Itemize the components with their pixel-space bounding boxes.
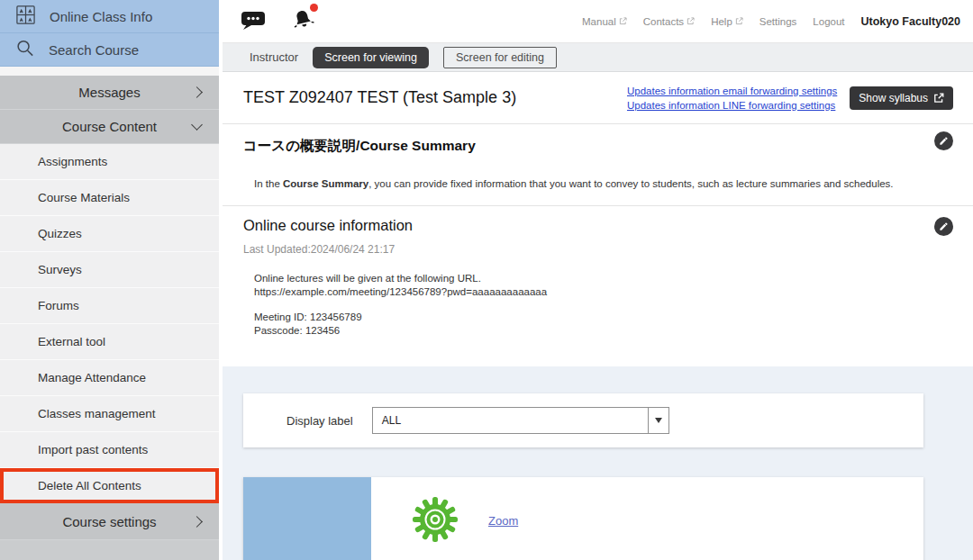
nav-link-label: Manual: [582, 16, 616, 27]
online-course-info-section: Online course information Last Updated:2…: [223, 206, 973, 366]
content-row-card: Zoom: [243, 477, 923, 560]
info-line: Online lectures will be given at the fol…: [254, 272, 948, 285]
sidebar-item-label: Classes management: [38, 407, 156, 420]
line-forwarding-settings-link[interactable]: Updates information LINE forwarding sett…: [627, 100, 837, 111]
edit-summary-button[interactable]: [934, 131, 953, 150]
external-link-icon: [933, 93, 944, 104]
display-label-text: Display label: [286, 414, 353, 428]
show-syllabus-button[interactable]: Show syllabus: [850, 86, 953, 110]
online-course-info-heading: Online course information: [243, 217, 948, 234]
sidebar-item-label: Manage Attendance: [38, 371, 146, 384]
external-link-icon: [735, 17, 743, 25]
user-name: Utokyo Faculty020: [861, 15, 960, 28]
sidebar-item-course-materials[interactable]: Course Materials: [0, 180, 219, 216]
course-title-row: TEST Z092407 TEST (Test Sample 3) Update…: [223, 72, 973, 124]
online-course-info-body: Online lectures will be given at the fol…: [254, 272, 948, 338]
show-syllabus-label: Show syllabus: [859, 92, 928, 104]
pencil-icon: [939, 221, 949, 231]
sidebar-item-external-tool[interactable]: External tool: [0, 324, 219, 360]
sidebar-item-course-settings[interactable]: Course settings: [0, 503, 219, 540]
top-header: Manual Contacts Help Settings Logout Uto…: [223, 0, 973, 43]
sidebar-item-label: Course settings: [62, 514, 156, 529]
chevron-down-icon: [191, 119, 203, 131]
sidebar-item-label: Delete All Contents: [38, 479, 141, 492]
sidebar-item-label: Surveys: [38, 263, 82, 276]
sidebar-item-forums[interactable]: Forums: [0, 288, 219, 324]
chevron-right-icon: [191, 516, 203, 528]
nav-link-label: Settings: [759, 16, 797, 27]
edit-online-info-button[interactable]: [934, 217, 953, 236]
screen-for-editing-button[interactable]: Screen for editing: [443, 47, 557, 68]
notification-bell-icon[interactable]: [291, 7, 315, 35]
header-nav: Manual Contacts Help Settings Logout Uto…: [582, 15, 960, 28]
search-icon: [14, 38, 36, 62]
external-link-icon: [687, 17, 695, 25]
sidebar-item-import-past-contents[interactable]: Import past contents: [0, 432, 219, 468]
sidebar-item-messages[interactable]: Messages: [0, 76, 219, 110]
sidebar-item-label: Assignments: [38, 155, 107, 168]
display-label-selected-value: ALL: [373, 408, 668, 433]
sidebar-item-assignments[interactable]: Assignments: [0, 144, 219, 180]
caret-down-icon: [655, 418, 662, 423]
page-title: TEST Z092407 TEST (Test Sample 3): [243, 88, 627, 107]
sidebar-item-label: Online Class Info: [50, 9, 152, 24]
notification-badge: [310, 4, 318, 12]
last-updated-text: Last Updated:2024/06/24 21:17: [243, 243, 948, 256]
role-label: Instructor: [250, 50, 298, 64]
content-thumbnail: [243, 477, 371, 560]
sidebar-item-course-content[interactable]: Course Content: [0, 110, 219, 144]
dropdown-arrow-button[interactable]: [648, 408, 668, 433]
sidebar-item-search-course[interactable]: Search Course: [0, 33, 219, 67]
meeting-url: https://example.com/meeting/123456789?pw…: [254, 285, 948, 299]
passcode: Passcode: 123456: [254, 324, 948, 338]
meeting-id: Meeting ID: 123456789: [254, 311, 948, 324]
nav-link-label: Help: [711, 16, 732, 27]
email-forwarding-settings-link[interactable]: Updates information email forwarding set…: [627, 86, 837, 96]
view-toolbar: Instructor Screen for viewing Screen for…: [223, 43, 973, 72]
sidebar-item-delete-all-contents[interactable]: Delete All Contents: [0, 468, 219, 503]
screen-for-viewing-button[interactable]: Screen for viewing: [313, 47, 429, 68]
forwarding-links: Updates information email forwarding set…: [627, 86, 837, 111]
sidebar-item-surveys[interactable]: Surveys: [0, 252, 219, 288]
nav-logout-link[interactable]: Logout: [813, 16, 844, 27]
sidebar-item-label: Messages: [78, 85, 140, 100]
sidebar-item-online-class-info[interactable]: Online Class Info: [0, 0, 219, 33]
sidebar: Online Class Info Search Course Messages…: [0, 0, 219, 560]
sidebar-item-label: Course Content: [62, 119, 157, 134]
sidebar-item-label: External tool: [38, 335, 105, 348]
sidebar-item-label: Forums: [38, 299, 79, 312]
nav-contacts-link[interactable]: Contacts: [643, 16, 695, 27]
display-label-card: Display label ALL: [243, 393, 923, 447]
messages-bubble-icon[interactable]: [241, 9, 266, 34]
sidebar-item-label: Quizzes: [38, 227, 82, 240]
sidebar-item-label: Search Course: [49, 42, 139, 58]
sidebar-item-label: Import past contents: [38, 443, 148, 456]
display-label-select[interactable]: ALL: [372, 407, 669, 434]
zoom-link[interactable]: Zoom: [488, 514, 518, 528]
nav-settings-link[interactable]: Settings: [759, 16, 797, 27]
sidebar-footer: [0, 540, 219, 556]
external-tool-gear-icon: [412, 496, 459, 546]
chevron-right-icon: [191, 86, 203, 98]
sidebar-item-manage-attendance[interactable]: Manage Attendance: [0, 360, 219, 396]
sidebar-item-quizzes[interactable]: Quizzes: [0, 216, 219, 252]
timetable-icon: [14, 5, 37, 29]
sidebar-item-label: Course Materials: [38, 191, 130, 204]
nav-manual-link[interactable]: Manual: [582, 16, 627, 27]
nav-link-label: Contacts: [643, 16, 684, 27]
nav-link-label: Logout: [813, 16, 844, 27]
course-summary-description: In the Course Summary, you can provide f…: [254, 177, 948, 191]
main-content: TEST Z092407 TEST (Test Sample 3) Update…: [223, 72, 973, 366]
sidebar-item-classes-management[interactable]: Classes management: [0, 396, 219, 432]
pencil-icon: [939, 136, 949, 146]
external-link-icon: [619, 17, 627, 25]
course-summary-section: コースの概要説明/Course Summary In the Course Su…: [223, 124, 973, 206]
sidebar-divider: [0, 67, 219, 76]
contents-list-area: Display label ALL: [223, 366, 973, 560]
course-summary-heading: コースの概要説明/Course Summary: [243, 137, 948, 156]
nav-help-link[interactable]: Help: [711, 16, 743, 27]
